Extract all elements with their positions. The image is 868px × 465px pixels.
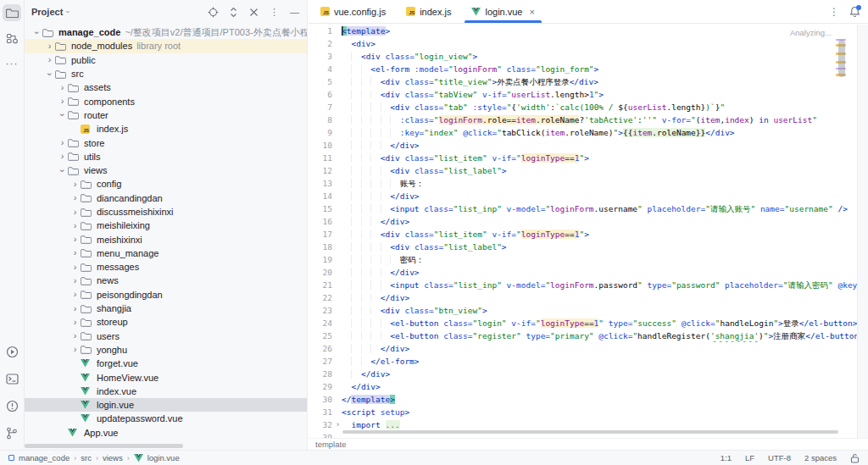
tree-item-HomeView.vue[interactable]: HomeView.vue (25, 370, 307, 384)
code-line-5[interactable]: 5 <div class="title_view">外卖点餐小程序登录</div… (309, 75, 857, 88)
code-line-23[interactable]: 23 <div class="btn_view"> (309, 304, 857, 317)
tree-item-peisongdingdan[interactable]: ›peisongdingdan (25, 288, 307, 302)
code-line-31[interactable]: 31<script setup> (309, 406, 857, 418)
chevron-icon[interactable]: › (44, 55, 55, 64)
code-line-28[interactable]: 28 </div> (309, 368, 857, 380)
code-line-3[interactable]: 3 <div class="login_view"> (309, 50, 857, 63)
code-line-27[interactable]: 27 </el-form> (309, 355, 857, 368)
code-line-24[interactable]: 24 <el-button class="login" v-if="loginT… (309, 317, 857, 329)
tree-item-views[interactable]: ›views (25, 163, 307, 177)
chevron-icon[interactable]: › (70, 235, 81, 244)
tree-item-index.js[interactable]: JSindex.js (25, 122, 307, 136)
chevron-down-icon[interactable]: › (64, 11, 72, 14)
code-line-11[interactable]: 11 <div class="list_item" v-if="loginTyp… (309, 152, 857, 164)
code-line-29[interactable]: 29 </div> (309, 380, 857, 393)
tree-item-updatepassword.vue[interactable]: updatepassword.vue (25, 412, 307, 425)
code-line-21[interactable]: 21 <input class="list_inp" v-model="logi… (309, 279, 857, 291)
chevron-icon[interactable]: › (70, 248, 81, 257)
version-control-icon[interactable] (3, 424, 21, 441)
tree-item-index.vue[interactable]: index.vue (25, 385, 307, 398)
chevron-icon[interactable]: › (32, 27, 42, 38)
chevron-icon[interactable]: › (70, 180, 81, 189)
collapse-all-icon[interactable] (248, 7, 259, 18)
chevron-icon[interactable]: › (70, 345, 81, 354)
code-line-18[interactable]: 18 <div class="list_label"> (309, 241, 857, 253)
code-line-7[interactable]: 7 <div class="tab" :style="{'width':`cal… (309, 101, 857, 113)
project-panel-title[interactable]: Project (31, 7, 63, 17)
lock-icon[interactable] (850, 453, 860, 463)
tree-item-components[interactable]: ›components (25, 94, 307, 108)
breadcrumb-template[interactable]: template (315, 440, 346, 449)
code-line-26[interactable]: 26 </div> (309, 342, 857, 355)
chevron-icon[interactable]: › (57, 97, 68, 106)
chevron-icon[interactable]: › (58, 109, 67, 120)
code-line-6[interactable]: 6 <div class="tabView" v-if="userList.le… (309, 88, 857, 101)
tree-item-yonghu[interactable]: ›yonghu (25, 343, 307, 357)
tree-item-node_modules[interactable]: ›node_moduleslibrary root (25, 39, 307, 53)
tree-item-login.vue[interactable]: login.vue (25, 398, 307, 412)
tree-item-diancandingdan[interactable]: ›diancandingdan (25, 191, 307, 205)
tree-item-messages[interactable]: ›messages (25, 260, 307, 274)
tree-item-App.vue[interactable]: App.vue (25, 426, 307, 440)
terminal-icon[interactable] (3, 370, 21, 387)
chevron-icon[interactable]: › (70, 331, 81, 340)
tree-item-discussmeishixinxi[interactable]: ›discussmeishixinxi (25, 205, 307, 219)
status-lf[interactable]: LF (745, 453, 754, 462)
project-tree-hscrollbar[interactable] (25, 444, 183, 448)
chevron-icon[interactable]: › (44, 42, 55, 51)
tree-item-manage_code[interactable]: ›manage_code~/整改项目v2/普通项目/PT003-外卖点餐小程序/… (25, 25, 307, 39)
run-icon[interactable] (3, 343, 21, 360)
code-line-25[interactable]: 25 <el-button class="register" type="pri… (309, 329, 857, 342)
tree-item-news[interactable]: ›news (25, 274, 307, 287)
status-path-manage_code[interactable]: manage_code (19, 453, 70, 462)
status-path-src[interactable]: src (81, 453, 92, 462)
code-line-14[interactable]: 14 </div> (309, 190, 857, 202)
tree-item-meishixinxi[interactable]: ›meishixinxi (25, 232, 307, 246)
chevron-icon[interactable]: › (70, 290, 81, 299)
tree-item-assets[interactable]: ›assets (25, 80, 307, 94)
chevron-icon[interactable]: › (57, 152, 68, 161)
code-line-12[interactable]: 12 <div class="list_label"> (309, 164, 857, 177)
code-line-19[interactable]: 19 密码： (309, 253, 857, 266)
chevron-icon[interactable]: › (57, 138, 68, 147)
chevron-icon[interactable]: › (45, 69, 54, 80)
more-tools-icon[interactable]: ··· (3, 55, 21, 72)
chevron-icon[interactable]: › (57, 83, 68, 92)
tree-item-storeup[interactable]: ›storeup (25, 315, 307, 329)
code-line-9[interactable]: 9 :key="index" @click="tabClick(item.rol… (309, 126, 857, 139)
status-2-spaces[interactable]: 2 spaces (804, 453, 837, 462)
tree-item-config[interactable]: ›config (25, 177, 307, 191)
vertical-scrollbar[interactable] (838, 40, 845, 77)
code-line-32[interactable]: 32› import ... (309, 418, 857, 431)
chevron-icon[interactable]: › (70, 318, 81, 327)
tab-index.js[interactable]: JSindex.js (396, 0, 461, 23)
structure-icon[interactable] (3, 30, 21, 47)
tree-item-router[interactable]: ›router (25, 108, 307, 122)
code-line-15[interactable]: 15 <input class="list_inp" v-model="logi… (309, 202, 857, 215)
chevron-icon[interactable]: › (58, 165, 67, 176)
tree-item-meishileixing[interactable]: ›meishileixing (25, 219, 307, 232)
tree-item-src[interactable]: ›src (25, 67, 307, 80)
code-line-20[interactable]: 20 </div> (309, 266, 857, 279)
fold-arrow-icon[interactable]: › (334, 418, 342, 431)
code-line-10[interactable]: 10 </div> (309, 139, 857, 152)
horizontal-scrollbar[interactable] (342, 430, 838, 434)
chevron-icon[interactable]: › (70, 304, 81, 313)
code-line-16[interactable]: 16 </div> (309, 215, 857, 228)
status-path-views[interactable]: views (103, 453, 123, 462)
chevron-icon[interactable]: › (70, 193, 81, 202)
code-line-30[interactable]: 30</template> (309, 393, 857, 406)
code-editor[interactable]: Analyzing... 1<template>2 <div>3 <div cl… (309, 25, 857, 438)
tab-vue.config.js[interactable]: JSvue.config.js (310, 0, 396, 23)
chevron-icon[interactable]: › (70, 276, 81, 285)
hide-panel-icon[interactable]: — (289, 7, 300, 18)
tab-login.vue[interactable]: login.vue× (461, 0, 544, 23)
more-options-icon[interactable]: ⋮ (829, 7, 839, 17)
close-tab-icon[interactable]: × (530, 7, 535, 17)
expand-collapse-icon[interactable] (228, 7, 239, 18)
notifications-bell-icon[interactable] (848, 5, 861, 19)
tree-item-menu_manage[interactable]: ›menu_manage (25, 246, 307, 260)
code-line-1[interactable]: 1<template> (309, 25, 857, 37)
problems-icon[interactable] (3, 397, 21, 414)
chevron-icon[interactable]: › (70, 221, 81, 230)
